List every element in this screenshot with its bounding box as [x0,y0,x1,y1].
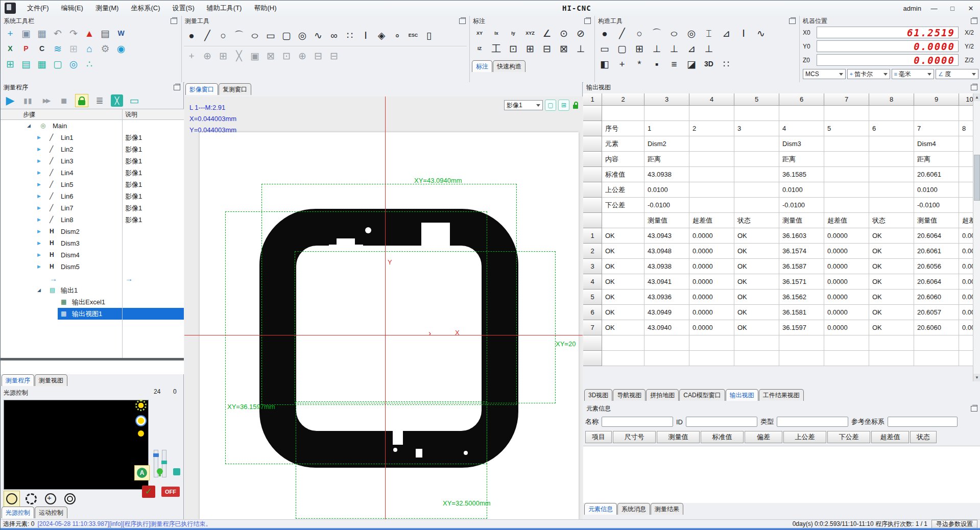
perpendicular-icon[interactable]: ⊥ [574,42,587,55]
half-plane-icon[interactable]: ◧ [598,57,611,70]
tab-stitch-map[interactable]: 拼拍地图 [646,389,679,401]
tree-item-Lin1[interactable]: ▶╱Lin1影像1 [1,132,184,143]
edge-trace-icon[interactable]: ESC [407,29,420,42]
database-icon[interactable]: ≋ [51,42,64,55]
light-quad-icon[interactable] [42,491,59,507]
table-cell[interactable]: 0.0000 [689,259,734,274]
table-cell[interactable]: 43.0936 [644,290,689,305]
result-column-7[interactable]: 超差值 [871,431,909,443]
ring-icon[interactable]: ◎ [296,29,309,42]
table-cell[interactable] [689,351,734,366]
table-cell[interactable]: 0.0000 [824,320,869,335]
stop-button[interactable]: ■ [57,94,70,107]
table-cell[interactable]: 1 [644,121,689,136]
tree-item-输出1[interactable]: ◢▤输出1 [1,284,184,296]
table-cell[interactable]: Dism3 [779,136,824,152]
light-ring-icon[interactable] [23,491,39,507]
table-cell[interactable] [869,335,914,351]
table-cell[interactable]: -0.0100 [914,198,959,213]
rectangle-icon[interactable]: ▭ [264,29,277,42]
table-cell[interactable]: 0.0100 [914,182,959,198]
run-button[interactable]: ▶ [4,94,17,107]
table-cell[interactable] [824,182,869,198]
result-column-5[interactable]: 上公差 [783,431,826,443]
table-cell[interactable]: OK [602,320,644,335]
scroll-up-icon[interactable]: ▲ [973,93,980,101]
table-cell[interactable]: 36.1571 [779,274,824,290]
c-width-icon[interactable]: ⌶ [702,27,715,40]
levels-icon[interactable]: ≡ [667,57,681,70]
apply-light-button[interactable]: ✓ [142,486,155,498]
c-arc-icon[interactable]: ⌒ [650,27,663,40]
add-icon[interactable]: + [4,27,17,40]
c-curve-icon[interactable]: ∿ [754,27,768,40]
table-cell[interactable]: 距离 [779,152,824,167]
table-cell[interactable]: 20.6056 [914,259,959,274]
table-cell[interactable]: 0.0000 [824,259,869,274]
result-column-6[interactable]: 下公差 [827,431,870,443]
cad-import-icon[interactable]: ▲ [83,27,96,40]
column-header[interactable]: 1 [583,93,602,106]
table-cell[interactable]: OK [734,228,779,244]
table-cell[interactable]: OK [734,290,779,305]
table-cell[interactable]: 超差值 [689,213,734,228]
column-header[interactable] [583,121,602,136]
column-header[interactable]: 7 [583,320,602,335]
result-column-8[interactable]: 状态 [910,431,937,443]
light-solid-icon[interactable] [4,491,20,507]
tab-work-result-view[interactable]: 工件结果视图 [759,389,804,401]
table-cell[interactable]: -0.0100 [644,198,689,213]
tab-output-view[interactable]: 输出视图 [726,389,758,401]
label-grid-icon[interactable]: ⊞ [523,42,537,55]
target-icon[interactable]: ◎ [67,57,80,70]
table-cell[interactable] [824,136,869,152]
table-cell[interactable]: 43.0948 [644,244,689,259]
pickup-box-icon[interactable]: ⊞ [217,49,230,62]
table-cell[interactable] [824,335,869,351]
beam-icon[interactable]: 工 [490,42,503,55]
tab-system-message[interactable]: 系统消息 [617,503,650,515]
menu-settings[interactable]: 设置(S) [166,1,201,16]
table-cell[interactable] [869,182,914,198]
table-cell[interactable]: 0.0000 [689,320,734,335]
table-cell[interactable]: OK [734,274,779,290]
table-cell[interactable]: 测量值 [779,213,824,228]
pickup-line-icon[interactable]: ╳ [232,49,246,62]
scrollbar-thumb[interactable] [974,155,980,201]
tab-measure-view[interactable]: 测量视图 [35,374,67,386]
scroll-down-icon[interactable]: ▼ [973,374,980,381]
table-cell[interactable]: 标准值 [602,167,644,182]
table-cell[interactable] [689,106,734,121]
table-cell[interactable]: OK [602,290,644,305]
table-cell[interactable]: 43.0943 [644,228,689,244]
expand-icon[interactable]: ▶ [37,249,41,261]
grid-view-icon[interactable]: ⊞ [67,42,80,55]
column-steps[interactable]: 步骤 [23,110,35,119]
float-panel-icon[interactable] [171,18,177,24]
table-cell[interactable] [734,106,779,121]
float-panel-icon[interactable] [789,18,796,24]
table-cell[interactable] [602,213,644,228]
point-cloud-icon[interactable]: ∷ [343,29,356,42]
tree-item-Dism5[interactable]: ▶HDism5 [1,261,184,273]
tab-light-control[interactable]: 光源控制 [2,507,34,518]
column-header[interactable]: 5 [583,290,602,305]
height-icon[interactable]: Ⅰ [359,29,372,42]
coord-xyz-icon[interactable]: XYZ [523,27,537,40]
table-cell[interactable]: 43.0938 [644,259,689,274]
table-cell[interactable]: 0.0000 [689,290,734,305]
label-minus-icon[interactable]: ⊟ [540,42,554,55]
result-column-3[interactable]: 标准值 [701,431,744,443]
table-cell[interactable]: 43.0940 [644,320,689,335]
curve-icon[interactable]: ∿ [312,29,325,42]
c-ring-icon[interactable]: ◎ [685,27,698,40]
column-header[interactable] [583,167,602,182]
camera-select[interactable]: 影像1 [504,100,543,110]
circle-icon[interactable]: ○ [217,29,230,42]
expand-icon[interactable]: ▶ [37,143,41,155]
cs-origin-icon[interactable]: ⊥ [650,42,663,55]
table-cell[interactable] [824,152,869,167]
table-cell[interactable]: OK [602,305,644,320]
light-off-button[interactable]: OFF [161,487,180,497]
table-cell[interactable]: OK [734,259,779,274]
